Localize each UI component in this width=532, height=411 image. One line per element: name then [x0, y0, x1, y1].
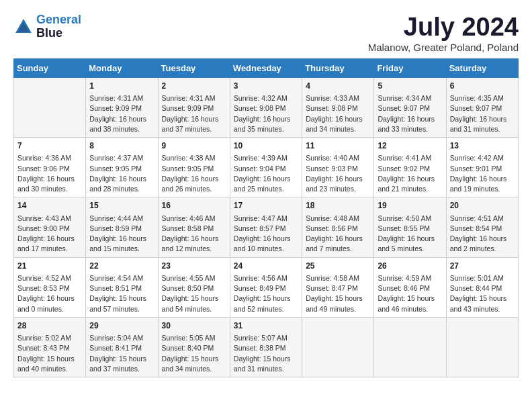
logo-text: General Blue	[36, 13, 81, 40]
calendar-cell: 26Sunrise: 4:59 AMSunset: 8:46 PMDayligh…	[374, 257, 446, 317]
cell-info: Sunrise: 5:04 AMSunset: 8:41 PMDaylight:…	[89, 333, 154, 374]
cell-info: Sunrise: 4:44 AMSunset: 8:59 PMDaylight:…	[89, 214, 154, 255]
day-number: 4	[306, 81, 370, 92]
day-number: 5	[378, 81, 442, 92]
weekday-header-friday: Friday	[374, 58, 446, 77]
location-subtitle: Malanow, Greater Poland, Poland	[368, 42, 519, 53]
cell-info: Sunrise: 4:37 AMSunset: 9:05 PMDaylight:…	[89, 153, 154, 194]
calendar-cell: 12Sunrise: 4:41 AMSunset: 9:02 PMDayligh…	[374, 138, 446, 197]
cell-info: Sunrise: 4:54 AMSunset: 8:51 PMDaylight:…	[89, 273, 154, 314]
day-number: 12	[378, 140, 442, 152]
calendar-cell: 19Sunrise: 4:50 AMSunset: 8:55 PMDayligh…	[374, 197, 446, 257]
cell-info: Sunrise: 5:01 AMSunset: 8:44 PMDaylight:…	[450, 273, 515, 314]
calendar-cell: 15Sunrise: 4:44 AMSunset: 8:59 PMDayligh…	[86, 197, 158, 257]
weekday-header-thursday: Thursday	[302, 58, 374, 77]
day-number: 17	[234, 200, 298, 212]
weekday-header-wednesday: Wednesday	[230, 58, 302, 77]
calendar-cell: 13Sunrise: 4:42 AMSunset: 9:01 PMDayligh…	[446, 138, 518, 197]
calendar-cell: 1Sunrise: 4:31 AMSunset: 9:09 PMDaylight…	[86, 77, 158, 137]
calendar-cell: 8Sunrise: 4:37 AMSunset: 9:05 PMDaylight…	[86, 138, 158, 197]
day-number: 14	[17, 200, 82, 212]
calendar-cell: 16Sunrise: 4:46 AMSunset: 8:58 PMDayligh…	[158, 197, 230, 257]
day-number: 16	[162, 200, 226, 212]
cell-info: Sunrise: 4:50 AMSunset: 8:55 PMDaylight:…	[378, 214, 442, 255]
cell-info: Sunrise: 4:46 AMSunset: 8:58 PMDaylight:…	[162, 214, 226, 255]
calendar-cell	[302, 317, 374, 377]
day-number: 21	[17, 261, 82, 272]
cell-info: Sunrise: 4:41 AMSunset: 9:02 PMDaylight:…	[378, 153, 442, 194]
cell-info: Sunrise: 4:58 AMSunset: 8:47 PMDaylight:…	[306, 273, 370, 314]
cell-info: Sunrise: 4:36 AMSunset: 9:06 PMDaylight:…	[17, 153, 82, 194]
cell-info: Sunrise: 4:59 AMSunset: 8:46 PMDaylight:…	[378, 273, 442, 314]
calendar-cell: 10Sunrise: 4:39 AMSunset: 9:04 PMDayligh…	[230, 138, 302, 197]
day-number: 24	[234, 261, 298, 272]
logo: General Blue	[13, 13, 81, 40]
cell-info: Sunrise: 4:43 AMSunset: 9:00 PMDaylight:…	[17, 214, 82, 255]
day-number: 7	[17, 140, 82, 152]
weekday-header-saturday: Saturday	[446, 58, 518, 77]
day-number: 18	[306, 200, 370, 212]
cell-info: Sunrise: 4:31 AMSunset: 9:09 PMDaylight:…	[89, 93, 154, 134]
day-number: 15	[89, 200, 154, 212]
cell-info: Sunrise: 4:38 AMSunset: 9:05 PMDaylight:…	[162, 153, 226, 194]
calendar-cell	[446, 317, 518, 377]
page-header: General Blue July 2024 Malanow, Greater …	[13, 13, 519, 53]
day-number: 31	[234, 320, 298, 332]
calendar-cell: 20Sunrise: 4:51 AMSunset: 8:54 PMDayligh…	[446, 197, 518, 257]
calendar-table: SundayMondayTuesdayWednesdayThursdayFrid…	[13, 58, 519, 377]
cell-info: Sunrise: 4:51 AMSunset: 8:54 PMDaylight:…	[450, 214, 515, 255]
cell-info: Sunrise: 4:31 AMSunset: 9:09 PMDaylight:…	[162, 93, 226, 134]
cell-info: Sunrise: 4:40 AMSunset: 9:03 PMDaylight:…	[306, 153, 370, 194]
day-number: 23	[162, 261, 226, 272]
calendar-cell: 29Sunrise: 5:04 AMSunset: 8:41 PMDayligh…	[86, 317, 158, 377]
day-number: 27	[450, 261, 515, 272]
day-number: 11	[306, 140, 370, 152]
calendar-cell: 6Sunrise: 4:35 AMSunset: 9:07 PMDaylight…	[446, 77, 518, 137]
month-year-title: July 2024	[368, 13, 519, 42]
cell-info: Sunrise: 5:02 AMSunset: 8:43 PMDaylight:…	[17, 333, 82, 374]
calendar-cell: 2Sunrise: 4:31 AMSunset: 9:09 PMDaylight…	[158, 77, 230, 137]
calendar-cell: 24Sunrise: 4:56 AMSunset: 8:49 PMDayligh…	[230, 257, 302, 317]
calendar-week-row: 14Sunrise: 4:43 AMSunset: 9:00 PMDayligh…	[14, 197, 519, 257]
logo-icon	[13, 17, 34, 37]
cell-info: Sunrise: 4:56 AMSunset: 8:49 PMDaylight:…	[234, 273, 298, 314]
calendar-cell: 5Sunrise: 4:34 AMSunset: 9:07 PMDaylight…	[374, 77, 446, 137]
cell-info: Sunrise: 4:35 AMSunset: 9:07 PMDaylight:…	[450, 93, 515, 134]
cell-info: Sunrise: 4:48 AMSunset: 8:56 PMDaylight:…	[306, 214, 370, 255]
calendar-week-row: 1Sunrise: 4:31 AMSunset: 9:09 PMDaylight…	[14, 77, 519, 137]
cell-info: Sunrise: 4:34 AMSunset: 9:07 PMDaylight:…	[378, 93, 442, 134]
weekday-header-monday: Monday	[86, 58, 158, 77]
cell-info: Sunrise: 4:33 AMSunset: 9:08 PMDaylight:…	[306, 93, 370, 134]
calendar-cell: 30Sunrise: 5:05 AMSunset: 8:40 PMDayligh…	[158, 317, 230, 377]
cell-info: Sunrise: 4:42 AMSunset: 9:01 PMDaylight:…	[450, 153, 515, 194]
calendar-cell: 14Sunrise: 4:43 AMSunset: 9:00 PMDayligh…	[14, 197, 86, 257]
calendar-week-row: 21Sunrise: 4:52 AMSunset: 8:53 PMDayligh…	[14, 257, 519, 317]
day-number: 6	[450, 81, 515, 92]
day-number: 29	[89, 320, 154, 332]
calendar-cell: 21Sunrise: 4:52 AMSunset: 8:53 PMDayligh…	[14, 257, 86, 317]
day-number: 13	[450, 140, 515, 152]
day-number: 28	[17, 320, 82, 332]
calendar-cell: 22Sunrise: 4:54 AMSunset: 8:51 PMDayligh…	[86, 257, 158, 317]
day-number: 22	[89, 261, 154, 272]
day-number: 30	[162, 320, 226, 332]
calendar-cell	[14, 77, 86, 137]
cell-info: Sunrise: 4:52 AMSunset: 8:53 PMDaylight:…	[17, 273, 82, 314]
calendar-cell	[374, 317, 446, 377]
day-number: 9	[162, 140, 226, 152]
day-number: 10	[234, 140, 298, 152]
calendar-cell: 4Sunrise: 4:33 AMSunset: 9:08 PMDaylight…	[302, 77, 374, 137]
calendar-cell: 17Sunrise: 4:47 AMSunset: 8:57 PMDayligh…	[230, 197, 302, 257]
calendar-week-row: 7Sunrise: 4:36 AMSunset: 9:06 PMDaylight…	[14, 138, 519, 197]
cell-info: Sunrise: 4:55 AMSunset: 8:50 PMDaylight:…	[162, 273, 226, 314]
weekday-header-sunday: Sunday	[14, 58, 86, 77]
calendar-cell: 23Sunrise: 4:55 AMSunset: 8:50 PMDayligh…	[158, 257, 230, 317]
day-number: 2	[162, 81, 226, 92]
day-number: 19	[378, 200, 442, 212]
calendar-cell: 7Sunrise: 4:36 AMSunset: 9:06 PMDaylight…	[14, 138, 86, 197]
weekday-header-tuesday: Tuesday	[158, 58, 230, 77]
calendar-cell: 25Sunrise: 4:58 AMSunset: 8:47 PMDayligh…	[302, 257, 374, 317]
calendar-cell: 31Sunrise: 5:07 AMSunset: 8:38 PMDayligh…	[230, 317, 302, 377]
cell-info: Sunrise: 5:07 AMSunset: 8:38 PMDaylight:…	[234, 333, 298, 374]
calendar-cell: 18Sunrise: 4:48 AMSunset: 8:56 PMDayligh…	[302, 197, 374, 257]
